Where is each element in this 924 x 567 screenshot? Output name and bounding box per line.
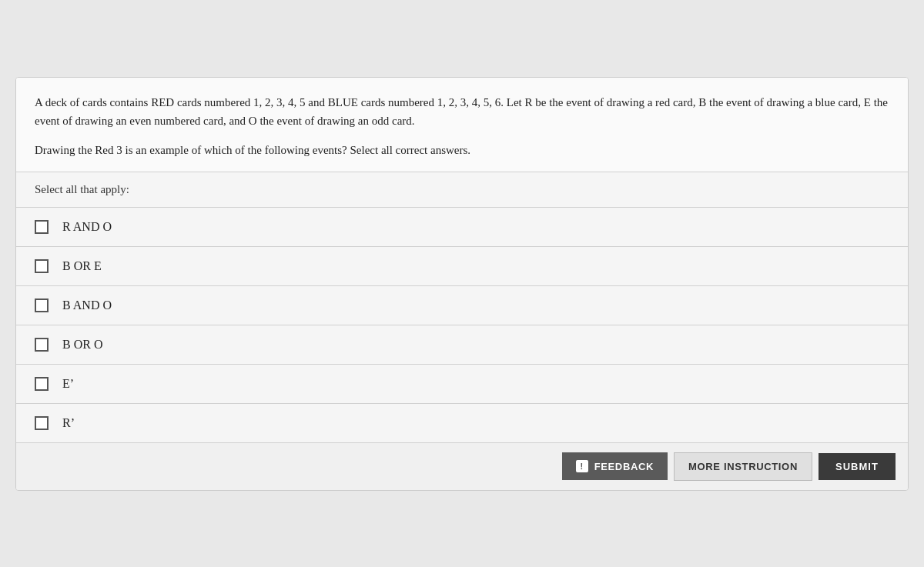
submit-button[interactable]: SUBMIT (819, 453, 896, 480)
option-label-5: E’ (62, 377, 74, 391)
feedback-label: FEEDBACK (594, 461, 654, 472)
answer-option-6[interactable]: R’ (16, 404, 908, 442)
checkbox-1[interactable] (35, 220, 49, 234)
feedback-icon: ! (576, 460, 588, 472)
checkbox-5[interactable] (35, 377, 49, 391)
option-label-1: R AND O (62, 220, 112, 234)
answer-option-2[interactable]: B OR E (16, 247, 908, 286)
option-label-4: B OR O (62, 338, 102, 352)
footer-bar: ! FEEDBACK MORE INSTRUCTION SUBMIT (16, 442, 908, 490)
option-label-3: B AND O (62, 299, 112, 312)
quiz-container: A deck of cards contains RED cards numbe… (15, 77, 909, 491)
question-paragraph-2: Drawing the Red 3 is an example of which… (35, 141, 889, 159)
answer-option-1[interactable]: R AND O (16, 208, 908, 247)
more-instruction-button[interactable]: MORE INSTRUCTION (674, 452, 812, 481)
feedback-button[interactable]: ! FEEDBACK (562, 452, 668, 480)
select-instruction: Select all that apply: (16, 172, 908, 208)
checkbox-6[interactable] (35, 416, 49, 430)
answer-option-3[interactable]: B AND O (16, 286, 908, 325)
checkbox-2[interactable] (35, 259, 49, 273)
option-label-6: R’ (62, 416, 75, 430)
question-text-block: A deck of cards contains RED cards numbe… (16, 78, 908, 172)
question-paragraph-1: A deck of cards contains RED cards numbe… (35, 93, 889, 130)
checkbox-3[interactable] (35, 299, 49, 312)
checkbox-4[interactable] (35, 338, 49, 352)
answer-option-4[interactable]: B OR O (16, 325, 908, 365)
option-label-2: B OR E (62, 259, 102, 273)
options-container: R AND OB OR EB AND OB OR OE’R’ (16, 208, 908, 442)
answer-option-5[interactable]: E’ (16, 365, 908, 404)
